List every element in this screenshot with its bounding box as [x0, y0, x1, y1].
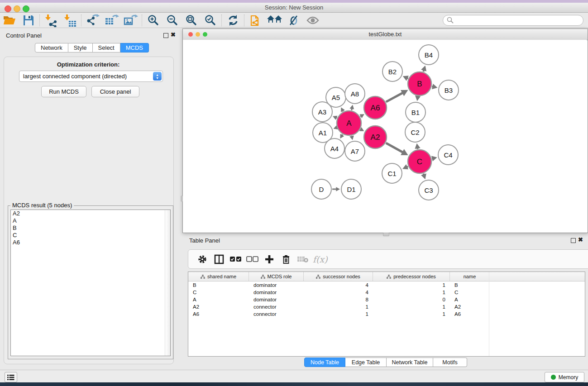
- table-cell[interactable]: C: [450, 290, 489, 295]
- tab-node-table[interactable]: Node Table: [304, 357, 345, 367]
- column-header-successor-nodes[interactable]: successor nodes: [304, 272, 373, 281]
- table-row[interactable]: Bdominator41B: [188, 281, 585, 289]
- save-session-button[interactable]: [19, 13, 38, 28]
- column-header-name[interactable]: name: [450, 272, 489, 281]
- export-image-button[interactable]: [121, 13, 140, 28]
- show-columns-button[interactable]: [210, 253, 227, 266]
- table-cell[interactable]: 1: [373, 311, 450, 317]
- table-cell[interactable]: 1: [304, 311, 373, 317]
- table-cell[interactable]: 1: [373, 282, 450, 288]
- table-cell[interactable]: A2: [450, 304, 489, 310]
- table-cell[interactable]: 4: [304, 290, 373, 295]
- mcds-result-list[interactable]: A2ABCA6: [10, 210, 171, 356]
- run-mcds-button[interactable]: Run MCDS: [41, 86, 86, 97]
- titlebar[interactable]: Session: New Session: [0, 3, 588, 13]
- zoom-in-button[interactable]: [144, 13, 163, 28]
- table-cell[interactable]: connector: [249, 311, 304, 317]
- network-window-titlebar[interactable]: testGlobe.txt: [183, 29, 588, 40]
- tab-mcds[interactable]: MCDS: [120, 43, 149, 52]
- node-table[interactable]: shared nameMCDS rolesuccessor nodesprede…: [188, 272, 585, 357]
- edge-arrowhead: [336, 187, 340, 191]
- table-cell[interactable]: A: [188, 297, 249, 302]
- mcds-result-item[interactable]: A: [11, 217, 170, 224]
- new-network-button[interactable]: [246, 13, 265, 28]
- column-header-shared-name[interactable]: shared name: [188, 272, 249, 281]
- table-cell[interactable]: dominator: [249, 290, 304, 295]
- table-row[interactable]: Adominator80A: [188, 296, 585, 303]
- table-cell[interactable]: 4: [304, 282, 373, 288]
- table-cell[interactable]: A6: [188, 311, 249, 317]
- table-settings-button[interactable]: [194, 253, 210, 266]
- tab-style[interactable]: Style: [68, 43, 93, 52]
- import-table-button[interactable]: [61, 13, 80, 28]
- edge-A6-B[interactable]: [386, 93, 403, 102]
- tab-edge-table[interactable]: Edge Table: [345, 357, 387, 367]
- table-cell[interactable]: dominator: [249, 297, 304, 302]
- network-vertical-scrollbar-thumb[interactable]: [181, 195, 183, 202]
- search-input[interactable]: [454, 17, 579, 24]
- tab-network[interactable]: Network: [35, 43, 68, 52]
- table-cell[interactable]: dominator: [249, 282, 304, 288]
- network-horizontal-scrollbar-thumb[interactable]: [383, 233, 389, 236]
- node-label-A2: A2: [371, 133, 380, 142]
- table-cell[interactable]: connector: [249, 304, 304, 310]
- column-header-mcds-role[interactable]: MCDS role: [249, 272, 304, 281]
- zoom-selected-button[interactable]: [201, 13, 220, 28]
- mcds-list-scrollbar[interactable]: [165, 210, 170, 356]
- table-cell[interactable]: B: [450, 282, 489, 288]
- mcds-result-item[interactable]: C: [11, 232, 170, 239]
- zoom-out-button[interactable]: [163, 13, 182, 28]
- zoom-fit-button[interactable]: [182, 13, 201, 28]
- open-session-button[interactable]: [0, 13, 19, 28]
- table-cell[interactable]: C: [188, 290, 249, 295]
- export-network-button[interactable]: [83, 13, 102, 28]
- edge-arrowhead: [415, 143, 420, 149]
- function-builder-button[interactable]: f(x): [313, 254, 328, 264]
- search-field[interactable]: [443, 15, 583, 26]
- tab-network-table[interactable]: Network Table: [387, 357, 433, 367]
- table-cell[interactable]: 8: [304, 297, 373, 302]
- export-table-button[interactable]: [102, 13, 121, 28]
- hide-panels-button[interactable]: [284, 13, 303, 28]
- table-cell[interactable]: 0: [373, 297, 450, 302]
- show-panels-button[interactable]: [303, 13, 322, 28]
- unselect-all-columns-button[interactable]: [244, 253, 261, 266]
- table-cell[interactable]: A2: [188, 304, 249, 310]
- table-panel-float-icon[interactable]: [571, 238, 576, 243]
- node-label-A8: A8: [351, 90, 359, 98]
- delete-column-button[interactable]: [277, 253, 294, 266]
- close-panel-button[interactable]: Close panel: [91, 86, 139, 97]
- table-panel-close-icon[interactable]: ✖: [578, 238, 583, 242]
- tab-select[interactable]: Select: [93, 43, 120, 52]
- table-cell[interactable]: A6: [450, 311, 489, 317]
- edge-A2-C[interactable]: [386, 143, 403, 152]
- zoom-selected-icon: [204, 14, 217, 27]
- select-all-columns-button[interactable]: [227, 253, 244, 266]
- memory-button[interactable]: Memory: [545, 372, 584, 382]
- tab-motifs[interactable]: Motifs: [433, 357, 467, 367]
- refresh-button[interactable]: [224, 13, 243, 28]
- mcds-result-item[interactable]: A2: [11, 210, 170, 217]
- task-history-button[interactable]: [5, 372, 17, 382]
- table-cell[interactable]: B: [188, 282, 249, 288]
- network-canvas[interactable]: ABCA6A2A1A3A4A5A7A8B1B2B3B4C1C2C3C4DD1: [183, 40, 587, 232]
- criterion-select[interactable]: largest connected component (directed) ▲…: [19, 71, 163, 82]
- mcds-result-item[interactable]: A6: [11, 239, 170, 246]
- mcds-result-item[interactable]: B: [11, 224, 170, 232]
- table-cell[interactable]: 1: [373, 304, 450, 310]
- delete-table-button[interactable]: [294, 253, 311, 266]
- add-column-button[interactable]: [261, 253, 277, 266]
- table-row[interactable]: A6connector11A6: [188, 310, 585, 318]
- control-panel-close-icon[interactable]: ✖: [171, 33, 176, 37]
- table-row[interactable]: Cdominator41C: [188, 289, 585, 296]
- export-image-icon: [124, 14, 138, 27]
- control-panel-float-icon[interactable]: [163, 33, 168, 38]
- table-cell[interactable]: 1: [304, 304, 373, 310]
- table-cell[interactable]: 1: [373, 290, 450, 295]
- import-network-button[interactable]: [42, 13, 61, 28]
- home-button[interactable]: [265, 13, 284, 28]
- table-row[interactable]: A2connector11A2: [188, 303, 585, 310]
- column-header-label: predecessor nodes: [393, 274, 436, 279]
- column-header-predecessor-nodes[interactable]: predecessor nodes: [373, 272, 450, 281]
- table-cell[interactable]: A: [450, 297, 489, 302]
